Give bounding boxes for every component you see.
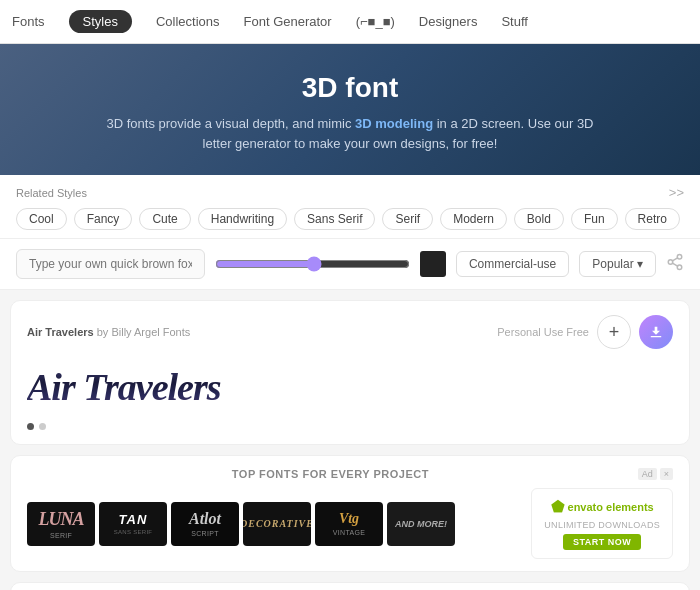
svg-line-3 — [672, 263, 677, 266]
font-meta: Air Travelers by Billy Argel Fonts — [27, 326, 190, 338]
commercial-use-button[interactable]: Commercial-use — [456, 251, 569, 277]
top-navigation: Fonts Styles Collections Font Generator … — [0, 0, 700, 44]
hero-title: 3D font — [40, 72, 660, 104]
ad-tile-decorative[interactable]: DECORATIVE — [243, 502, 311, 546]
ad-title: TOP FONTS FOR EVERY PROJECT — [27, 468, 634, 480]
font-card-iced-soda: ICED SODA by Billy Argel Fonts Personal … — [10, 582, 690, 590]
hero-section: 3D font 3D fonts provide a visual depth,… — [0, 44, 700, 175]
font-status: Personal Use Free — [497, 326, 589, 338]
font-pagination-dots — [27, 423, 673, 430]
font-card-air-travelers: Air Travelers by Billy Argel Fonts Perso… — [10, 300, 690, 445]
share-icon — [666, 253, 684, 271]
ad-font-tiles: LUNA SERIF TAN SANS SERIF Atlot SCRIPT D… — [27, 502, 523, 546]
ad-tile-deco-text: DECORATIVE — [243, 518, 311, 529]
download-button[interactable] — [639, 315, 673, 349]
ad-tile-vintage[interactable]: Vtg VINTAGE — [315, 502, 383, 546]
nav-fonts[interactable]: Fonts — [12, 14, 45, 29]
envato-ad[interactable]: ⬟ envato elements Unlimited downloads ST… — [531, 488, 673, 559]
font-preview-text: Air Travelers — [27, 365, 221, 409]
tag-modern[interactable]: Modern — [440, 208, 507, 230]
ad-tile-serif[interactable]: LUNA SERIF — [27, 502, 95, 546]
tag-bold[interactable]: Bold — [514, 208, 564, 230]
nav-emoji[interactable]: (⌐■_■) — [356, 14, 395, 29]
ad-tile-script-label: SCRIPT — [191, 530, 218, 537]
hero-description: 3D fonts provide a visual depth, and mim… — [100, 114, 600, 153]
ad-tile-script-text: Atlot — [189, 510, 221, 528]
download-icon — [648, 324, 664, 340]
envato-start-button[interactable]: START NOW — [563, 534, 641, 550]
related-header: Related Styles >> — [16, 185, 684, 200]
add-to-collection-button[interactable]: + — [597, 315, 631, 349]
svg-line-4 — [672, 257, 677, 260]
dot-2[interactable] — [39, 423, 46, 430]
tag-cool[interactable]: Cool — [16, 208, 67, 230]
tag-retro[interactable]: Retro — [625, 208, 680, 230]
font-author: Billy Argel Fonts — [111, 326, 190, 338]
envato-logo: envato elements — [568, 501, 654, 513]
ad-badge-ad[interactable]: Ad — [638, 468, 657, 480]
tag-fancy[interactable]: Fancy — [74, 208, 133, 230]
ad-content: LUNA SERIF TAN SANS SERIF Atlot SCRIPT D… — [27, 488, 673, 559]
size-slider-container — [215, 256, 410, 272]
tag-handwriting[interactable]: Handwriting — [198, 208, 287, 230]
tag-fun[interactable]: Fun — [571, 208, 618, 230]
tag-sans-serif[interactable]: Sans Serif — [294, 208, 375, 230]
dot-1[interactable] — [27, 423, 34, 430]
ad-tile-sans-text: TAN — [119, 512, 148, 527]
ad-tile-vintage-label: VINTAGE — [333, 529, 365, 536]
nav-styles[interactable]: Styles — [69, 10, 132, 33]
related-label: Related Styles — [16, 187, 87, 199]
nav-collections[interactable]: Collections — [156, 14, 220, 29]
tag-serif[interactable]: Serif — [382, 208, 433, 230]
envato-sub: Unlimited downloads — [544, 520, 660, 530]
popular-sort-button[interactable]: Popular ▾ — [579, 251, 656, 277]
nav-font-generator[interactable]: Font Generator — [244, 14, 332, 29]
style-tags-list: Cool Fancy Cute Handwriting Sans Serif S… — [16, 208, 684, 230]
ad-tile-script[interactable]: Atlot SCRIPT — [171, 502, 239, 546]
tag-cute[interactable]: Cute — [139, 208, 190, 230]
hero-desc-before: 3D fonts provide a visual depth, and mim… — [107, 116, 356, 131]
hero-desc-bold: 3D modeling — [355, 116, 433, 131]
search-input[interactable] — [16, 249, 205, 279]
ad-tile-more-text: AND MORE! — [395, 519, 447, 529]
advertisement-banner: TOP FONTS FOR EVERY PROJECT Ad × LUNA SE… — [10, 455, 690, 572]
share-button[interactable] — [666, 253, 684, 276]
nav-stuff[interactable]: Stuff — [501, 14, 528, 29]
search-bar: Commercial-use Popular ▾ — [0, 239, 700, 290]
color-picker[interactable] — [420, 251, 446, 277]
nav-designers[interactable]: Designers — [419, 14, 478, 29]
ad-tile-more[interactable]: AND MORE! — [387, 502, 455, 546]
font-author-label: by — [97, 326, 112, 338]
ad-tile-serif-text: LUNA — [39, 509, 84, 530]
ad-badge: Ad × — [638, 468, 673, 480]
font-card-header: Air Travelers by Billy Argel Fonts Perso… — [27, 315, 673, 349]
ad-tile-sans-label: SANS SERIF — [114, 529, 153, 535]
ad-tile-vintage-text: Vtg — [339, 511, 359, 527]
ad-tile-serif-label: SERIF — [50, 532, 72, 539]
font-card-actions: Personal Use Free + — [497, 315, 673, 349]
font-name: Air Travelers — [27, 326, 94, 338]
font-preview-area: Air Travelers — [27, 357, 673, 415]
ad-badge-close[interactable]: × — [660, 468, 673, 480]
svg-rect-5 — [651, 336, 662, 337]
related-styles-section: Related Styles >> Cool Fancy Cute Handwr… — [0, 175, 700, 239]
size-slider[interactable] — [215, 256, 410, 272]
ad-tile-sans-serif[interactable]: TAN SANS SERIF — [99, 502, 167, 546]
related-arrow[interactable]: >> — [669, 185, 684, 200]
